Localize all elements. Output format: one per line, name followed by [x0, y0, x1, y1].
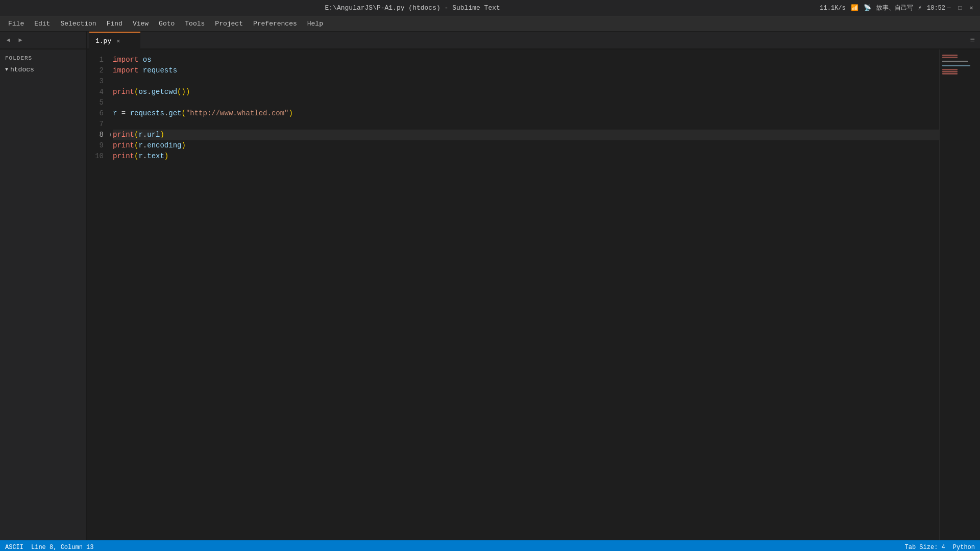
- code-line-7: [113, 119, 939, 130]
- menu-edit[interactable]: Edit: [29, 18, 55, 30]
- maximize-button[interactable]: □: [957, 5, 964, 12]
- window-title: E:\AngularJS\P-A1.py (htdocs) - Sublime …: [5, 4, 820, 12]
- code-editor[interactable]: import os import requests print(os.getcw…: [110, 49, 939, 540]
- minimap-line: [942, 65, 970, 66]
- code-line-6: r = requests.get("http://www.whatled.com…: [113, 108, 939, 119]
- minimap: [939, 49, 980, 540]
- code-line-8: ( ) print(r.url): [113, 130, 939, 140]
- menu-find[interactable]: Find: [102, 18, 128, 30]
- line-numbers: 1 2 3 4 5 6 7 8 9 10: [87, 49, 110, 540]
- tab-row: ◀ ▶ 1.py ✕ ≡: [0, 32, 980, 49]
- code-line-5: [113, 97, 939, 108]
- minimap-line: [942, 73, 958, 74]
- sidebar: FOLDERS ▼ htdocs: [0, 49, 87, 540]
- tab-nav-area: ◀ ▶: [0, 32, 87, 48]
- menu-bar: File Edit Selection Find View Goto Tools…: [0, 16, 980, 32]
- minimap-line: [942, 57, 958, 58]
- system-text: 故事、自己写: [876, 4, 913, 12]
- folder-name: htdocs: [10, 66, 34, 73]
- main-layout: FOLDERS ▼ htdocs 1 2 3 4 5 6 7 8 9 10 im…: [0, 49, 980, 540]
- status-right: Tab Size: 4 Python: [905, 544, 975, 551]
- code-line-1: import os: [113, 55, 939, 65]
- signal-icon: 📡: [864, 4, 871, 12]
- tabs-wrapper: 1.py ✕ ≡: [87, 32, 980, 48]
- minimap-line: [942, 69, 958, 70]
- close-button[interactable]: ✕: [968, 5, 975, 12]
- title-bar: E:\AngularJS\P-A1.py (htdocs) - Sublime …: [0, 0, 980, 16]
- menu-preferences[interactable]: Preferences: [248, 18, 302, 30]
- status-language: Python: [953, 544, 975, 551]
- folders-label: FOLDERS: [0, 52, 86, 64]
- editor-area[interactable]: 1 2 3 4 5 6 7 8 9 10 import os import re…: [87, 49, 980, 540]
- tab-close-button[interactable]: ✕: [115, 37, 121, 45]
- code-line-10: print(r.text): [113, 151, 939, 162]
- wifi-icon: 📶: [851, 4, 859, 12]
- menu-selection[interactable]: Selection: [55, 18, 101, 30]
- system-info: 11.1K/s 📶 📡 故事、自己写 ⚡ 10:52: [820, 4, 945, 12]
- minimap-line: [942, 55, 958, 56]
- code-line-9: print(r.encoding): [113, 140, 939, 151]
- folder-arrow-icon: ▼: [5, 67, 8, 72]
- tab-menu-button[interactable]: ≡: [970, 32, 975, 48]
- code-line-2: import requests: [113, 65, 939, 76]
- tab-prev-button[interactable]: ◀: [3, 35, 13, 45]
- menu-view[interactable]: View: [128, 18, 154, 30]
- tab-next-button[interactable]: ▶: [15, 35, 26, 45]
- menu-goto[interactable]: Goto: [154, 18, 180, 30]
- titlebar-time: 10:52: [927, 5, 945, 12]
- status-encoding: ASCII: [5, 544, 23, 551]
- menu-file[interactable]: File: [3, 18, 29, 30]
- status-bar: ASCII Line 8, Column 13 Tab Size: 4 Pyth…: [0, 540, 980, 551]
- tab-label: 1.py: [95, 37, 111, 45]
- menu-help[interactable]: Help: [302, 18, 328, 30]
- minimize-button[interactable]: ─: [945, 5, 952, 12]
- status-tab-size: Tab Size: 4: [905, 544, 945, 551]
- code-line-4: print(os.getcwd()): [113, 87, 939, 97]
- minimap-line: [942, 71, 958, 72]
- menu-project[interactable]: Project: [210, 18, 248, 30]
- minimap-line: [942, 61, 968, 62]
- tab-empty-area: [140, 32, 970, 48]
- code-line-3: [113, 76, 939, 87]
- network-speed: 11.1K/s: [820, 5, 845, 12]
- status-position: Line 8, Column 13: [31, 544, 93, 551]
- sidebar-item-htdocs[interactable]: ▼ htdocs: [0, 64, 86, 75]
- status-left: ASCII Line 8, Column 13: [5, 544, 93, 551]
- tab-1py[interactable]: 1.py ✕: [89, 32, 140, 49]
- battery-icon: ⚡: [918, 4, 922, 12]
- title-controls: ─ □ ✕: [945, 5, 975, 12]
- menu-tools[interactable]: Tools: [180, 18, 210, 30]
